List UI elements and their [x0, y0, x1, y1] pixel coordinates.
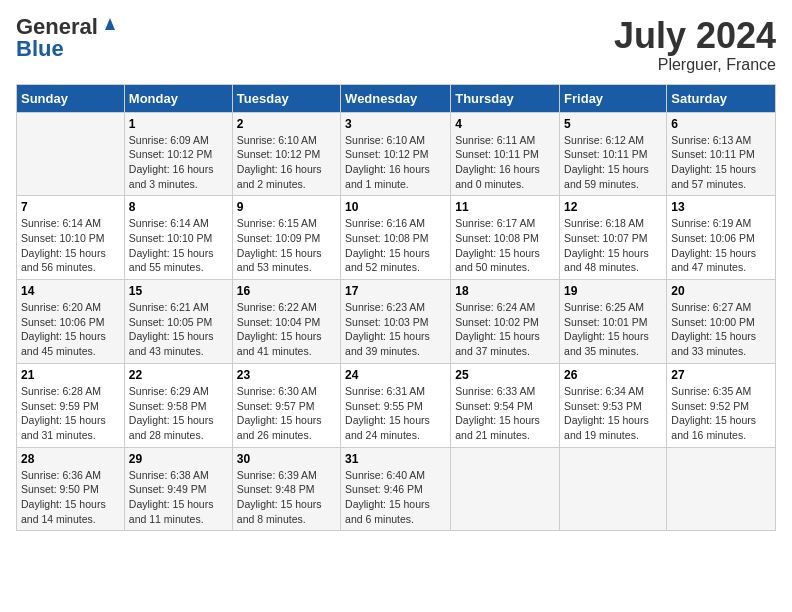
day-info: Sunrise: 6:40 AMSunset: 9:46 PMDaylight:… [345, 468, 446, 527]
table-cell: 5Sunrise: 6:12 AMSunset: 10:11 PMDayligh… [560, 112, 667, 196]
table-cell: 13Sunrise: 6:19 AMSunset: 10:06 PMDaylig… [667, 196, 776, 280]
table-cell: 18Sunrise: 6:24 AMSunset: 10:02 PMDaylig… [451, 280, 560, 364]
table-cell: 26Sunrise: 6:34 AMSunset: 9:53 PMDayligh… [560, 363, 667, 447]
table-cell: 17Sunrise: 6:23 AMSunset: 10:03 PMDaylig… [341, 280, 451, 364]
day-info: Sunrise: 6:11 AMSunset: 10:11 PMDaylight… [455, 133, 555, 192]
day-info: Sunrise: 6:22 AMSunset: 10:04 PMDaylight… [237, 300, 336, 359]
day-number: 2 [237, 117, 336, 131]
day-info: Sunrise: 6:29 AMSunset: 9:58 PMDaylight:… [129, 384, 228, 443]
day-info: Sunrise: 6:25 AMSunset: 10:01 PMDaylight… [564, 300, 662, 359]
table-cell [667, 447, 776, 531]
col-saturday: Saturday [667, 84, 776, 112]
day-number: 22 [129, 368, 228, 382]
table-cell: 2Sunrise: 6:10 AMSunset: 10:12 PMDayligh… [232, 112, 340, 196]
table-cell: 24Sunrise: 6:31 AMSunset: 9:55 PMDayligh… [341, 363, 451, 447]
day-info: Sunrise: 6:12 AMSunset: 10:11 PMDaylight… [564, 133, 662, 192]
table-cell: 10Sunrise: 6:16 AMSunset: 10:08 PMDaylig… [341, 196, 451, 280]
logo-icon [101, 14, 119, 32]
day-number: 8 [129, 200, 228, 214]
day-number: 25 [455, 368, 555, 382]
calendar-week-row: 14Sunrise: 6:20 AMSunset: 10:06 PMDaylig… [17, 280, 776, 364]
calendar-week-row: 28Sunrise: 6:36 AMSunset: 9:50 PMDayligh… [17, 447, 776, 531]
month-year-title: July 2024 [614, 16, 776, 56]
day-info: Sunrise: 6:20 AMSunset: 10:06 PMDaylight… [21, 300, 120, 359]
day-number: 24 [345, 368, 446, 382]
page-header: General Blue July 2024 Plerguer, France [16, 16, 776, 74]
day-number: 3 [345, 117, 446, 131]
day-number: 29 [129, 452, 228, 466]
title-block: July 2024 Plerguer, France [614, 16, 776, 74]
table-cell [560, 447, 667, 531]
day-number: 30 [237, 452, 336, 466]
day-info: Sunrise: 6:38 AMSunset: 9:49 PMDaylight:… [129, 468, 228, 527]
day-info: Sunrise: 6:10 AMSunset: 10:12 PMDaylight… [345, 133, 446, 192]
day-number: 16 [237, 284, 336, 298]
day-number: 12 [564, 200, 662, 214]
day-number: 18 [455, 284, 555, 298]
day-info: Sunrise: 6:33 AMSunset: 9:54 PMDaylight:… [455, 384, 555, 443]
svg-marker-0 [105, 18, 115, 30]
day-info: Sunrise: 6:15 AMSunset: 10:09 PMDaylight… [237, 216, 336, 275]
calendar-table: Sunday Monday Tuesday Wednesday Thursday… [16, 84, 776, 532]
table-cell: 7Sunrise: 6:14 AMSunset: 10:10 PMDayligh… [17, 196, 125, 280]
table-cell: 12Sunrise: 6:18 AMSunset: 10:07 PMDaylig… [560, 196, 667, 280]
day-number: 1 [129, 117, 228, 131]
table-cell: 23Sunrise: 6:30 AMSunset: 9:57 PMDayligh… [232, 363, 340, 447]
day-number: 23 [237, 368, 336, 382]
day-number: 26 [564, 368, 662, 382]
col-wednesday: Wednesday [341, 84, 451, 112]
day-info: Sunrise: 6:34 AMSunset: 9:53 PMDaylight:… [564, 384, 662, 443]
day-info: Sunrise: 6:35 AMSunset: 9:52 PMDaylight:… [671, 384, 771, 443]
day-info: Sunrise: 6:36 AMSunset: 9:50 PMDaylight:… [21, 468, 120, 527]
table-cell: 1Sunrise: 6:09 AMSunset: 10:12 PMDayligh… [124, 112, 232, 196]
logo: General Blue [16, 16, 119, 60]
table-cell: 3Sunrise: 6:10 AMSunset: 10:12 PMDayligh… [341, 112, 451, 196]
day-info: Sunrise: 6:17 AMSunset: 10:08 PMDaylight… [455, 216, 555, 275]
table-cell: 9Sunrise: 6:15 AMSunset: 10:09 PMDayligh… [232, 196, 340, 280]
day-info: Sunrise: 6:27 AMSunset: 10:00 PMDaylight… [671, 300, 771, 359]
day-info: Sunrise: 6:09 AMSunset: 10:12 PMDaylight… [129, 133, 228, 192]
day-info: Sunrise: 6:31 AMSunset: 9:55 PMDaylight:… [345, 384, 446, 443]
table-cell [451, 447, 560, 531]
day-info: Sunrise: 6:10 AMSunset: 10:12 PMDaylight… [237, 133, 336, 192]
table-cell: 29Sunrise: 6:38 AMSunset: 9:49 PMDayligh… [124, 447, 232, 531]
col-friday: Friday [560, 84, 667, 112]
table-cell: 31Sunrise: 6:40 AMSunset: 9:46 PMDayligh… [341, 447, 451, 531]
table-cell: 19Sunrise: 6:25 AMSunset: 10:01 PMDaylig… [560, 280, 667, 364]
day-info: Sunrise: 6:14 AMSunset: 10:10 PMDaylight… [129, 216, 228, 275]
day-number: 19 [564, 284, 662, 298]
day-number: 10 [345, 200, 446, 214]
table-cell: 27Sunrise: 6:35 AMSunset: 9:52 PMDayligh… [667, 363, 776, 447]
day-info: Sunrise: 6:39 AMSunset: 9:48 PMDaylight:… [237, 468, 336, 527]
day-number: 20 [671, 284, 771, 298]
table-cell: 8Sunrise: 6:14 AMSunset: 10:10 PMDayligh… [124, 196, 232, 280]
day-number: 6 [671, 117, 771, 131]
table-cell: 21Sunrise: 6:28 AMSunset: 9:59 PMDayligh… [17, 363, 125, 447]
day-info: Sunrise: 6:16 AMSunset: 10:08 PMDaylight… [345, 216, 446, 275]
table-cell: 4Sunrise: 6:11 AMSunset: 10:11 PMDayligh… [451, 112, 560, 196]
day-number: 4 [455, 117, 555, 131]
table-cell: 6Sunrise: 6:13 AMSunset: 10:11 PMDayligh… [667, 112, 776, 196]
day-info: Sunrise: 6:18 AMSunset: 10:07 PMDaylight… [564, 216, 662, 275]
location-text: Plerguer, France [614, 56, 776, 74]
table-cell: 14Sunrise: 6:20 AMSunset: 10:06 PMDaylig… [17, 280, 125, 364]
table-cell: 25Sunrise: 6:33 AMSunset: 9:54 PMDayligh… [451, 363, 560, 447]
day-number: 9 [237, 200, 336, 214]
table-cell: 22Sunrise: 6:29 AMSunset: 9:58 PMDayligh… [124, 363, 232, 447]
day-number: 14 [21, 284, 120, 298]
calendar-week-row: 21Sunrise: 6:28 AMSunset: 9:59 PMDayligh… [17, 363, 776, 447]
calendar-header-row: Sunday Monday Tuesday Wednesday Thursday… [17, 84, 776, 112]
day-number: 13 [671, 200, 771, 214]
logo-blue-text: Blue [16, 38, 64, 60]
day-info: Sunrise: 6:24 AMSunset: 10:02 PMDaylight… [455, 300, 555, 359]
day-number: 27 [671, 368, 771, 382]
day-number: 5 [564, 117, 662, 131]
col-tuesday: Tuesday [232, 84, 340, 112]
calendar-week-row: 7Sunrise: 6:14 AMSunset: 10:10 PMDayligh… [17, 196, 776, 280]
table-cell: 20Sunrise: 6:27 AMSunset: 10:00 PMDaylig… [667, 280, 776, 364]
day-info: Sunrise: 6:23 AMSunset: 10:03 PMDaylight… [345, 300, 446, 359]
day-info: Sunrise: 6:30 AMSunset: 9:57 PMDaylight:… [237, 384, 336, 443]
col-sunday: Sunday [17, 84, 125, 112]
table-cell: 28Sunrise: 6:36 AMSunset: 9:50 PMDayligh… [17, 447, 125, 531]
day-number: 31 [345, 452, 446, 466]
